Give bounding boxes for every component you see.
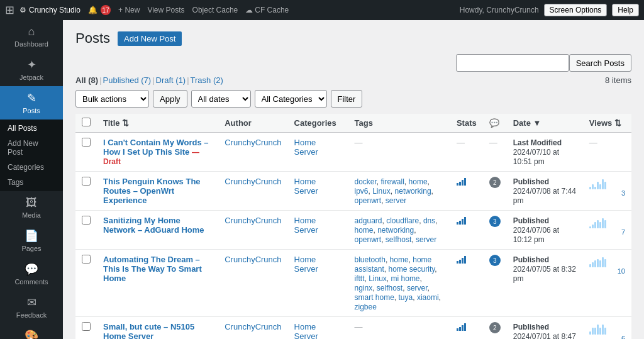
sidebar-item-label: Feedback bbox=[16, 311, 47, 319]
row-checkbox[interactable] bbox=[82, 138, 91, 147]
category-link[interactable]: Home Server bbox=[294, 322, 318, 339]
sidebar-item-dashboard[interactable]: ⌂ Dashboard bbox=[0, 20, 63, 53]
notifications-item[interactable]: 🔔 17 bbox=[88, 5, 111, 15]
sparkline-bar bbox=[599, 222, 601, 228]
sidebar-item-appearance[interactable]: 🎨 Appearance bbox=[0, 324, 63, 339]
sparkline-bar bbox=[599, 184, 601, 189]
row-checkbox[interactable] bbox=[82, 322, 91, 331]
tag-link[interactable]: networking bbox=[395, 187, 431, 196]
tag-link[interactable]: server bbox=[416, 235, 436, 244]
tag-link[interactable]: home security bbox=[389, 265, 435, 274]
comment-badge[interactable]: 3 bbox=[489, 216, 501, 227]
stats-bar-icon bbox=[457, 255, 466, 264]
comment-badge[interactable]: 2 bbox=[489, 322, 501, 333]
tag-link[interactable]: nginx bbox=[354, 284, 372, 292]
sparkline-bar bbox=[602, 218, 604, 228]
post-title-link[interactable]: This Penguin Knows The Routes – OpenWrt … bbox=[103, 177, 201, 205]
author-link[interactable]: CrunchyCrunch bbox=[225, 322, 281, 331]
views-cell: 3 bbox=[583, 172, 631, 211]
date-filter-select[interactable]: All dates July 2024 June 2024 bbox=[191, 90, 251, 108]
tag-link[interactable]: home bbox=[409, 177, 428, 186]
tag-link[interactable]: cloudflare bbox=[386, 216, 419, 225]
object-cache-item[interactable]: Object Cache bbox=[192, 6, 238, 14]
view-posts-item[interactable]: View Posts bbox=[147, 6, 184, 14]
sidebar-item-pages[interactable]: 📄 Pages bbox=[0, 224, 63, 257]
row-checkbox[interactable] bbox=[82, 216, 91, 225]
submenu-all-posts[interactable]: All Posts bbox=[0, 121, 63, 136]
th-date[interactable]: Date ▼ bbox=[507, 114, 583, 133]
tag-link[interactable]: zigbee bbox=[354, 303, 376, 311]
bulk-actions-select[interactable]: Bulk actions Edit Move to Trash bbox=[75, 90, 149, 108]
tag-link[interactable]: docker bbox=[354, 177, 376, 186]
date-text: 2024/07/06 at 10:12 pm bbox=[513, 226, 559, 244]
category-link[interactable]: Home Server bbox=[294, 216, 318, 235]
date-text: 2024/07/05 at 8:32 pm bbox=[513, 265, 576, 283]
search-input[interactable] bbox=[456, 54, 569, 72]
tag-link[interactable]: xiaomi bbox=[417, 293, 439, 302]
tag-link[interactable]: Linux bbox=[369, 274, 387, 283]
tag-link[interactable]: Linux bbox=[372, 187, 391, 196]
tag-link[interactable]: ipv6 bbox=[354, 187, 368, 196]
comment-badge[interactable]: 2 bbox=[489, 177, 501, 188]
author-link[interactable]: CrunchyCrunch bbox=[225, 138, 281, 147]
tag-link[interactable]: bluetooth bbox=[354, 255, 385, 264]
category-filter-select[interactable]: All Categories Home Server Guides bbox=[255, 90, 327, 108]
add-new-post-button[interactable]: Add New Post bbox=[118, 31, 182, 46]
search-posts-button[interactable]: Search Posts bbox=[569, 54, 631, 72]
category-link[interactable]: Home Server bbox=[294, 255, 318, 274]
tag-link[interactable]: firewall bbox=[381, 177, 404, 186]
comments-cell: 3 bbox=[483, 211, 507, 250]
sidebar-item-posts[interactable]: ✎ Posts bbox=[0, 86, 63, 119]
help-button[interactable]: Help bbox=[612, 4, 639, 16]
tag-link[interactable]: openwrt bbox=[354, 235, 381, 244]
tag-link[interactable]: home bbox=[390, 255, 409, 264]
filter-published[interactable]: Published (7) bbox=[103, 75, 152, 85]
author-link[interactable]: CrunchyCrunch bbox=[225, 177, 281, 186]
submenu-tags[interactable]: Tags bbox=[0, 175, 63, 190]
author-link[interactable]: CrunchyCrunch bbox=[225, 216, 281, 225]
post-title-link[interactable]: Automating The Dream – This Is The Way T… bbox=[103, 255, 202, 283]
post-title-link[interactable]: Small, but cute – N5105 Home Server bbox=[103, 322, 194, 339]
tag-link[interactable]: tuya bbox=[399, 293, 413, 302]
row-checkbox[interactable] bbox=[82, 177, 91, 186]
tag-link[interactable]: dns bbox=[423, 216, 435, 225]
tag-link[interactable]: server bbox=[386, 196, 406, 205]
screen-options-button[interactable]: Screen Options bbox=[544, 4, 608, 16]
tag-link[interactable]: selfhost bbox=[386, 235, 411, 244]
select-all-checkbox[interactable] bbox=[82, 118, 91, 126]
th-title[interactable]: Title ⇅ bbox=[97, 114, 218, 133]
tag-link[interactable]: adguard bbox=[354, 216, 382, 225]
post-title-link[interactable]: Sanitizing My Home Network – AdGuard Hom… bbox=[103, 216, 204, 235]
tag-link[interactable]: selfhost bbox=[377, 284, 402, 292]
author-link[interactable]: CrunchyCrunch bbox=[225, 255, 281, 264]
sidebar-item-media[interactable]: 🖼 Media bbox=[0, 191, 63, 224]
sparkline-bar bbox=[597, 325, 599, 335]
category-link[interactable]: Home Server bbox=[294, 138, 318, 157]
sidebar-item-jetpack[interactable]: ✦ Jetpack bbox=[0, 53, 63, 86]
sidebar-item-comments[interactable]: 💬 Comments bbox=[0, 257, 63, 291]
page-title: Posts bbox=[75, 30, 110, 47]
submenu-categories[interactable]: Categories bbox=[0, 160, 63, 175]
tag-link[interactable]: server bbox=[407, 284, 428, 292]
comment-badge[interactable]: 3 bbox=[489, 255, 501, 266]
submenu-add-new-post[interactable]: Add New Post bbox=[0, 136, 63, 160]
tag-link[interactable]: ifttt bbox=[354, 274, 364, 283]
tag-link[interactable]: smart home bbox=[354, 293, 394, 302]
cf-cache-item[interactable]: ☁ CF Cache bbox=[245, 6, 289, 14]
category-link[interactable]: Home Server bbox=[294, 177, 318, 196]
filter-draft[interactable]: Draft (1) bbox=[156, 75, 186, 85]
apply-button[interactable]: Apply bbox=[153, 90, 187, 108]
filter-button[interactable]: Filter bbox=[331, 90, 363, 108]
tag-link[interactable]: mi home bbox=[391, 274, 420, 283]
new-item[interactable]: + New bbox=[118, 6, 140, 14]
date-cell: Published2024/07/08 at 7:44 pm bbox=[507, 172, 583, 211]
site-name[interactable]: ⚙ Crunchy Studio bbox=[19, 6, 80, 14]
sidebar-item-feedback[interactable]: ✉ Feedback bbox=[0, 291, 63, 324]
tag-link[interactable]: openwrt bbox=[354, 196, 381, 205]
filter-all[interactable]: All (8) bbox=[75, 75, 98, 85]
row-checkbox[interactable] bbox=[82, 255, 91, 264]
date-status: Published bbox=[513, 216, 549, 225]
tag-link[interactable]: home bbox=[354, 226, 373, 235]
tag-link[interactable]: networking bbox=[377, 226, 414, 235]
filter-trash[interactable]: Trash (2) bbox=[191, 75, 223, 85]
